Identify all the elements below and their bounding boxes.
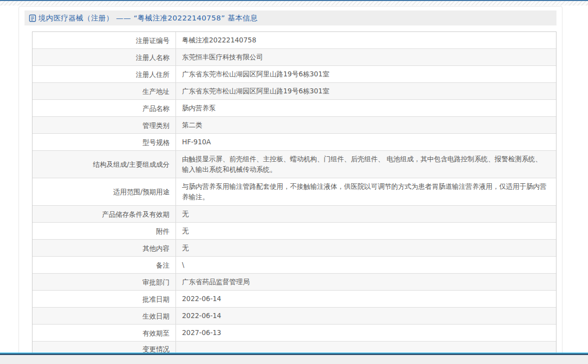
info-table: 注册证编号 粤械注准20222140758 注册人名称 东莞恒丰医疗科技有限公司… <box>32 31 556 364</box>
row-value: 与肠内营养泵用输注管路配套使用，不接触输注液体，供医院以可调节的方式为患者胃肠道… <box>176 178 556 205</box>
row-label: 备注 <box>32 257 176 273</box>
row-label: 适用范围/预期用途 <box>32 178 176 205</box>
table-row: 型号规格 HF-910A <box>32 134 556 151</box>
row-label: 产品储存条件及有效期 <box>32 206 176 222</box>
row-label-text: 注册人住所 <box>136 70 170 78</box>
table-row: 产品储存条件及有效期 无 <box>32 206 556 223</box>
table-row: 管理类别 第二类 <box>32 117 556 134</box>
row-label: 产品名称 <box>32 100 176 116</box>
footer-inner <box>0 354 588 364</box>
row-label-text: 其他内容 <box>142 244 170 252</box>
registration-info-card: 境内医疗器械（注册） —— “粤械注准20222140758” 基本信息 注册证… <box>18 6 562 364</box>
table-row: 生效日期 2022-06-14 <box>32 308 556 325</box>
table-row: 附件 无 <box>32 223 556 240</box>
row-value: 由触摸显示屏、前壳组件、主控板、蠕动机构、门组件、后壳组件、 电池组成，其中包含… <box>176 151 556 178</box>
table-row: 注册人住所 广东省东莞市松山湖园区阿里山路19号6栋301室 <box>32 66 556 83</box>
row-label: 生产地址 <box>32 83 176 99</box>
row-label: 审批部门 <box>32 274 176 290</box>
row-label: 注册人名称 <box>32 49 176 65</box>
row-value: 无 <box>176 240 556 256</box>
row-label-text: 注册证编号 <box>136 36 170 44</box>
row-value: 广东省东莞市松山湖园区阿里山路19号6栋301室 <box>176 83 556 99</box>
row-value: 广东省药品监督管理局 <box>176 274 556 290</box>
row-label-text: 有效期至 <box>142 329 170 337</box>
row-value: 第二类 <box>176 117 556 133</box>
row-value: \ <box>176 257 556 273</box>
row-label-text: 批准日期 <box>142 295 170 303</box>
table-row: 注册人名称 东莞恒丰医疗科技有限公司 <box>32 49 556 66</box>
row-value: 2022-06-14 <box>176 308 556 324</box>
row-label: 有效期至 <box>32 325 176 341</box>
row-label: 注册证编号 <box>32 32 176 48</box>
row-label-text: 生效日期 <box>142 312 170 320</box>
table-row: 注册证编号 粤械注准20222140758 <box>32 32 556 49</box>
row-label-text: 产品名称 <box>142 104 170 112</box>
row-label: 管理类别 <box>32 117 176 133</box>
page-title: 境内医疗器械（注册） —— “粤械注准20222140758” 基本信息 <box>38 13 258 23</box>
table-row: 结构及组成/主要组成成分 由触摸显示屏、前壳组件、主控板、蠕动机构、门组件、后壳… <box>32 151 556 178</box>
footer-bar <box>0 353 588 364</box>
row-value: 东莞恒丰医疗科技有限公司 <box>176 49 556 65</box>
row-label-text: 适用范围/预期用途 <box>113 188 170 196</box>
table-row: 生产地址 广东省东莞市松山湖园区阿里山路19号6栋301室 <box>32 83 556 100</box>
row-label: 结构及组成/主要组成成分 <box>32 151 176 178</box>
table-row: 批准日期 2022-06-14 <box>32 291 556 308</box>
top-hatch-band <box>0 1 588 5</box>
row-label: 型号规格 <box>32 134 176 150</box>
row-label: 批准日期 <box>32 291 176 307</box>
row-label-text: 注册人名称 <box>136 53 170 61</box>
table-row: 其他内容 无 <box>32 240 556 257</box>
row-value: HF-910A <box>176 134 556 150</box>
card-header-bar: 境内医疗器械（注册） —— “粤械注准20222140758” 基本信息 <box>24 10 556 25</box>
row-label-text: 变更情况 <box>142 345 170 353</box>
row-value: 2027-06-13 <box>176 325 556 341</box>
row-value: 2022-06-14 <box>176 291 556 307</box>
row-value: 粤械注准20222140758 <box>176 32 556 48</box>
table-row: 产品名称 肠内营养泵 <box>32 100 556 117</box>
row-value: 肠内营养泵 <box>176 100 556 116</box>
row-label-text: 附件 <box>156 227 170 235</box>
row-label: 附件 <box>32 223 176 239</box>
row-label-text: 生产地址 <box>142 87 170 95</box>
row-label: 注册人住所 <box>32 66 176 82</box>
row-label-text: 备注 <box>156 261 170 269</box>
row-value: 无 <box>176 223 556 239</box>
row-label-text: 型号规格 <box>142 138 170 146</box>
document-icon <box>29 14 36 22</box>
row-label-text: 结构及组成/主要组成成分 <box>93 160 170 168</box>
row-label: 生效日期 <box>32 308 176 324</box>
row-value: 无 <box>176 206 556 222</box>
table-row: 审批部门 广东省药品监督管理局 <box>32 274 556 291</box>
row-label-text: 审批部门 <box>142 278 170 286</box>
table-row: 备注 \ <box>32 257 556 274</box>
table-row: 适用范围/预期用途 与肠内营养泵用输注管路配套使用，不接触输注液体，供医院以可调… <box>32 178 556 206</box>
row-label-text: 产品储存条件及有效期 <box>102 210 170 218</box>
table-row: 有效期至 2027-06-13 <box>32 325 556 342</box>
row-label-text: 管理类别 <box>142 121 170 129</box>
row-label: 其他内容 <box>32 240 176 256</box>
row-value: 广东省东莞市松山湖园区阿里山路19号6栋301室 <box>176 66 556 82</box>
